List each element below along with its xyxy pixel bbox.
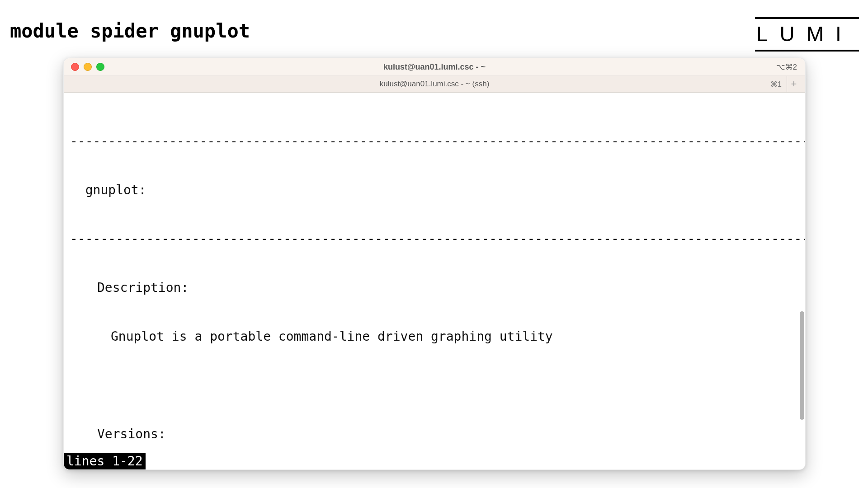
divider: ----------------------------------------… bbox=[64, 231, 805, 247]
description-text: Gnuplot is a portable command-line drive… bbox=[64, 328, 805, 345]
close-icon[interactable] bbox=[71, 63, 79, 71]
tab-title[interactable]: kulust@uan01.lumi.csc - ~ (ssh) bbox=[64, 80, 805, 89]
new-tab-button[interactable]: + bbox=[787, 76, 801, 92]
terminal-window: kulust@uan01.lumi.csc - ~ ⌥⌘2 kulust@uan… bbox=[63, 58, 806, 470]
zoom-icon[interactable] bbox=[96, 63, 104, 71]
terminal-output[interactable]: ----------------------------------------… bbox=[64, 92, 805, 469]
scrollbar-thumb[interactable] bbox=[800, 311, 804, 420]
logo-bottom-bar bbox=[755, 50, 859, 52]
description-label: Description: bbox=[64, 280, 805, 296]
window-traffic-lights bbox=[71, 63, 104, 71]
tab-shortcut-hint: ⌘1 bbox=[770, 80, 782, 89]
logo-text: LUMI bbox=[755, 23, 859, 44]
minimize-icon[interactable] bbox=[84, 63, 92, 71]
lumi-logo: LUMI bbox=[755, 17, 859, 52]
module-name-heading: gnuplot: bbox=[64, 182, 805, 198]
divider: ----------------------------------------… bbox=[64, 133, 805, 150]
versions-label: Versions: bbox=[64, 426, 805, 442]
window-tabbar: kulust@uan01.lumi.csc - ~ (ssh) ⌘1 + bbox=[64, 76, 805, 93]
window-titlebar: kulust@uan01.lumi.csc - ~ ⌥⌘2 bbox=[64, 58, 805, 76]
slide-title: module spider gnuplot bbox=[10, 20, 250, 42]
window-title: kulust@uan01.lumi.csc - ~ bbox=[64, 62, 805, 72]
window-shortcut-hint: ⌥⌘2 bbox=[776, 62, 797, 72]
blank-line bbox=[64, 377, 805, 394]
pager-status: lines 1-22 bbox=[64, 453, 146, 469]
logo-top-bar bbox=[755, 17, 859, 19]
